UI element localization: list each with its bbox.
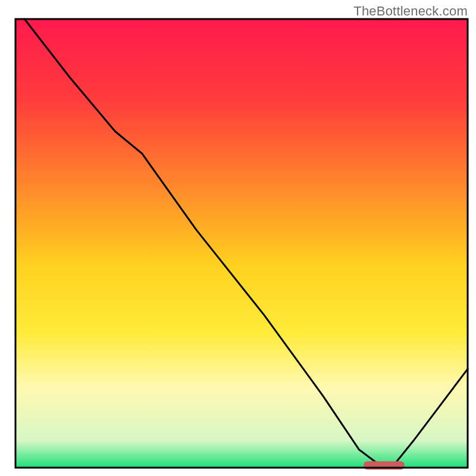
chart-container: TheBottleneck.com	[0, 0, 476, 476]
bottleneck-chart	[0, 0, 476, 476]
watermark-text: TheBottleneck.com	[353, 4, 468, 19]
plot-background	[15, 19, 468, 468]
